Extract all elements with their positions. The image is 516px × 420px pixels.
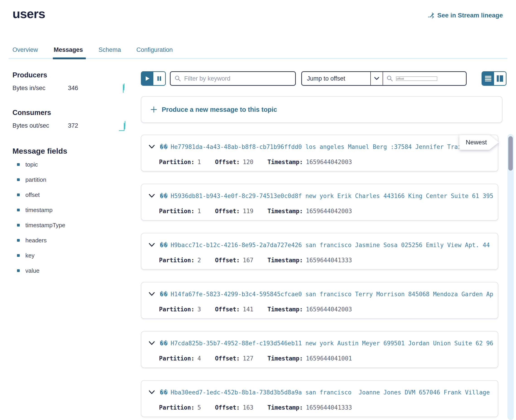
tab-overview[interactable]: Overview xyxy=(12,46,38,53)
column-view-button[interactable] xyxy=(494,72,506,85)
produce-message-label: Produce a new message to this topic xyxy=(162,106,277,113)
timestamp-value: 1659644041333 xyxy=(306,257,352,264)
filter-keyword-input[interactable] xyxy=(184,75,291,82)
scrollbar-thumb[interactable] xyxy=(508,136,513,171)
newest-tooltip: Newest xyxy=(459,135,499,150)
message-preview: ��H5936db81-b943-4e0f-8c29-74513e0c0d8f … xyxy=(160,193,493,199)
offset-value: 163 xyxy=(243,404,254,411)
timestamp-value: 1659644042003 xyxy=(306,159,352,165)
chevron-down-icon xyxy=(149,194,155,198)
timestamp-value: 1659644042003 xyxy=(306,306,352,313)
offset-value: 141 xyxy=(243,306,254,313)
lineage-link-label: See in Stream lineage xyxy=(437,12,503,19)
timestamp-value: 1659644041333 xyxy=(306,404,352,411)
bullet-icon xyxy=(17,254,20,257)
jump-to-offset-group: Jump to offset xyxy=(301,71,467,86)
bytes-out-value: 372 xyxy=(68,122,78,129)
field-item-offset: offset xyxy=(17,191,108,201)
chevron-down-icon xyxy=(149,390,155,395)
message-preview: ��H7cda825b-35b7-4952-88ef-c193d546eb11 … xyxy=(160,340,493,347)
partition-value: 5 xyxy=(198,404,201,411)
message-meta: Partition:4 Offset:127 Timestamp:1659644… xyxy=(159,354,366,362)
message-preview: ��Hba30eed7-1edc-452b-8b1a-738d3b5d8a9a … xyxy=(160,389,493,396)
bytes-in-sparkline xyxy=(120,83,127,94)
bullet-icon xyxy=(17,239,20,242)
partition-value: 1 xyxy=(198,159,201,165)
message-preview: ��He77981da-4a43-48ab-b8f8-cb71b96ffdd0 … xyxy=(160,143,493,150)
bullet-icon xyxy=(17,163,20,166)
expand-message-button[interactable] xyxy=(149,341,155,345)
partition-value: 4 xyxy=(198,355,201,362)
bytes-out-label: Bytes out/sec xyxy=(12,122,49,129)
field-item-timestampType: timestampType xyxy=(17,222,108,231)
message-fields-heading: Message fields xyxy=(12,147,67,156)
scrollbar-track xyxy=(507,134,514,420)
message-card: ��H9bacc71c-b12c-4216-8e95-2a7da727e426 … xyxy=(141,233,498,270)
binary-bytes-glyphs: �� xyxy=(160,291,168,298)
chevron-down-icon xyxy=(374,77,379,80)
message-meta: Partition:1 Offset:120 Timestamp:1659644… xyxy=(159,158,366,166)
expand-message-button[interactable] xyxy=(149,194,155,198)
search-icon xyxy=(175,75,181,82)
chevron-down-icon xyxy=(149,341,155,345)
binary-bytes-glyphs: �� xyxy=(160,389,168,396)
field-item-headers: headers xyxy=(17,237,108,246)
expand-message-button[interactable] xyxy=(149,145,155,149)
produce-message-button[interactable]: Produce a new message to this topic xyxy=(141,96,502,123)
binary-bytes-glyphs: �� xyxy=(160,340,168,347)
message-meta: Partition:2 Offset:167 Timestamp:1659644… xyxy=(159,256,366,264)
field-item-key: key xyxy=(17,252,108,261)
offset-value: 119 xyxy=(243,208,254,215)
message-preview: ��H14fa67fe-5823-4299-b3c4-595845cfcae0 … xyxy=(160,291,493,298)
offset-value: 127 xyxy=(243,355,254,362)
binary-bytes-glyphs: �� xyxy=(160,242,168,248)
message-card: ��Hba30eed7-1edc-452b-8b1a-738d3b5d8a9a … xyxy=(141,380,498,417)
bullet-icon xyxy=(17,269,20,272)
offset-input[interactable] xyxy=(396,76,437,81)
bytes-out-sparkline xyxy=(119,120,127,131)
list-view-button[interactable] xyxy=(482,72,494,85)
chevron-down-icon xyxy=(149,292,155,296)
pause-icon xyxy=(157,76,162,81)
message-meta: Partition:5 Offset:163 Timestamp:1659644… xyxy=(159,404,366,412)
tab-schema[interactable]: Schema xyxy=(99,46,121,53)
consumers-heading: Consumers xyxy=(12,109,51,117)
message-preview: ��H9bacc71c-b12c-4216-8e95-2a7da727e426 … xyxy=(160,242,493,248)
field-item-topic: topic xyxy=(17,161,108,170)
stream-lineage-link[interactable]: See in Stream lineage xyxy=(428,12,503,19)
expand-message-button[interactable] xyxy=(149,390,155,395)
filter-keyword-field xyxy=(170,71,296,86)
tab-messages[interactable]: Messages xyxy=(54,46,83,53)
offset-search-field xyxy=(383,72,466,85)
jump-to-offset-select[interactable]: Jump to offset xyxy=(302,72,370,85)
bullet-icon xyxy=(17,209,20,211)
expand-message-button[interactable] xyxy=(149,292,155,296)
bullet-icon xyxy=(17,224,20,226)
message-card: ��He77981da-4a43-48ab-b8f8-cb71b96ffdd0 … xyxy=(141,135,498,172)
binary-bytes-glyphs: �� xyxy=(160,193,168,199)
partition-value: 1 xyxy=(198,208,201,215)
message-meta: Partition:3 Offset:141 Timestamp:1659644… xyxy=(159,305,366,313)
play-button[interactable] xyxy=(142,72,153,85)
bytes-out-metric: Bytes out/sec 372 xyxy=(12,120,127,131)
bullet-icon xyxy=(17,194,20,196)
column-view-icon xyxy=(497,75,503,82)
field-item-partition: partition xyxy=(17,176,108,185)
bytes-in-label: Bytes in/sec xyxy=(12,85,46,92)
message-card: ��H5936db81-b943-4e0f-8c29-74513e0c0d8f … xyxy=(141,184,498,221)
bullet-icon xyxy=(17,178,20,181)
bytes-in-value: 346 xyxy=(68,85,78,92)
tab-configuration[interactable]: Configuration xyxy=(136,46,173,53)
play-icon xyxy=(145,76,150,81)
message-card: ��H14fa67fe-5823-4299-b3c4-595845cfcae0 … xyxy=(141,282,498,319)
message-card: ��H7cda825b-35b7-4952-88ef-c193d546eb11 … xyxy=(141,331,498,368)
pause-button[interactable] xyxy=(153,72,165,85)
view-mode-toggle xyxy=(482,71,507,86)
page-title: users xyxy=(12,6,45,21)
jump-select-caret[interactable] xyxy=(370,72,383,85)
field-item-timestamp: timestamp xyxy=(17,207,108,216)
search-icon xyxy=(387,75,393,82)
newest-tooltip-label: Newest xyxy=(459,135,499,150)
expand-message-button[interactable] xyxy=(149,243,155,247)
message-meta: Partition:1 Offset:119 Timestamp:1659644… xyxy=(159,207,366,215)
